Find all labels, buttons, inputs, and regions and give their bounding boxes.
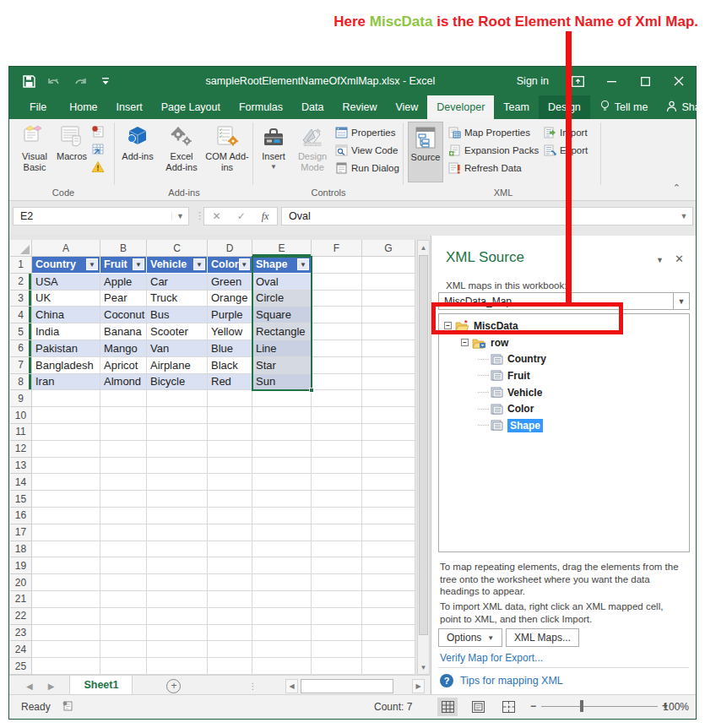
macro-record-status-icon[interactable] bbox=[62, 700, 73, 714]
cell-A21[interactable] bbox=[32, 591, 100, 608]
cell-C10[interactable] bbox=[147, 407, 208, 424]
cell-A12[interactable] bbox=[32, 441, 100, 458]
cell-E19[interactable] bbox=[252, 557, 312, 574]
cell-G18[interactable] bbox=[362, 541, 415, 558]
cell-E25[interactable] bbox=[252, 658, 312, 675]
cell-E17[interactable] bbox=[252, 524, 312, 541]
cell-E24[interactable] bbox=[252, 641, 312, 658]
filter-icon[interactable]: ▼ bbox=[239, 258, 250, 270]
cell-C2[interactable]: Car bbox=[147, 274, 208, 291]
cell-A10[interactable] bbox=[32, 407, 100, 424]
tree-item-color[interactable]: Color bbox=[439, 400, 689, 417]
cell-A25[interactable] bbox=[32, 658, 100, 675]
design-mode-button[interactable]: Design Mode bbox=[294, 122, 331, 182]
scroll-down-icon[interactable]: ▼ bbox=[418, 660, 429, 674]
column-header-C[interactable]: C bbox=[147, 240, 208, 257]
cell-A5[interactable]: India bbox=[32, 323, 100, 340]
cell-F9[interactable] bbox=[312, 390, 362, 407]
cell-D15[interactable] bbox=[208, 491, 252, 508]
cell-D2[interactable]: Green bbox=[208, 274, 252, 291]
cell-C20[interactable] bbox=[147, 574, 208, 591]
cell-F1[interactable] bbox=[312, 257, 362, 274]
tree-item-fruit[interactable]: Fruit bbox=[439, 367, 689, 384]
cell-D19[interactable] bbox=[208, 557, 252, 574]
cell-G21[interactable] bbox=[362, 591, 415, 608]
cell-F18[interactable] bbox=[312, 541, 362, 558]
expander-icon[interactable]: − bbox=[461, 339, 469, 346]
cell-G4[interactable] bbox=[362, 307, 415, 323]
column-header-G[interactable]: G bbox=[362, 240, 415, 257]
horizontal-scroll-thumb[interactable] bbox=[301, 679, 393, 693]
cell-E2[interactable]: Oval bbox=[252, 274, 312, 291]
tab-file[interactable]: File bbox=[16, 95, 60, 119]
cell-B25[interactable] bbox=[100, 658, 147, 675]
collapse-ribbon-icon[interactable]: ⌃ bbox=[673, 182, 681, 193]
macros-button[interactable]: Macros bbox=[53, 122, 90, 182]
cell-D18[interactable] bbox=[208, 541, 252, 558]
filter-icon[interactable]: ▼ bbox=[193, 258, 205, 270]
record-macro-button[interactable] bbox=[91, 122, 105, 140]
cell-A23[interactable] bbox=[32, 625, 100, 642]
xml-maps-button[interactable]: XML Maps... bbox=[506, 628, 579, 647]
cell-B20[interactable] bbox=[100, 574, 147, 591]
tab-review[interactable]: Review bbox=[333, 95, 386, 119]
tree-item-shape[interactable]: Shape bbox=[439, 417, 689, 434]
cell-F4[interactable] bbox=[312, 307, 362, 323]
cell-A13[interactable] bbox=[32, 458, 100, 475]
insert-control-button[interactable]: Insert ▼ bbox=[257, 122, 290, 182]
cell-B2[interactable]: Apple bbox=[100, 274, 147, 291]
cell-D16[interactable] bbox=[208, 508, 252, 524]
cell-D21[interactable] bbox=[208, 591, 252, 608]
cell-G17[interactable] bbox=[362, 524, 415, 541]
cell-F12[interactable] bbox=[312, 441, 362, 458]
cell-A8[interactable]: Iran bbox=[32, 374, 100, 391]
cell-D8[interactable]: Red bbox=[208, 374, 252, 391]
name-box-caret-icon[interactable]: ▼ bbox=[171, 212, 188, 220]
cell-E3[interactable]: Circle bbox=[252, 291, 312, 307]
pane-close-icon[interactable]: ✕ bbox=[675, 253, 684, 265]
cell-D7[interactable]: Black bbox=[208, 357, 252, 374]
cell-C7[interactable]: Airplane bbox=[147, 357, 208, 374]
cell-G3[interactable] bbox=[362, 291, 415, 307]
row-header-14[interactable]: 14 bbox=[10, 474, 32, 491]
tab-developer[interactable]: Developer bbox=[427, 95, 494, 119]
tab-design[interactable]: Design bbox=[539, 95, 590, 119]
cell-C17[interactable] bbox=[147, 524, 208, 541]
cell-E21[interactable] bbox=[252, 591, 312, 608]
cell-E14[interactable] bbox=[252, 474, 312, 491]
cell-B17[interactable] bbox=[100, 524, 147, 541]
cell-C16[interactable] bbox=[147, 508, 208, 524]
cell-G23[interactable] bbox=[362, 625, 415, 642]
expansion-packs-button[interactable]: Expansion Packs bbox=[448, 141, 539, 159]
addins-button[interactable]: Add-ins bbox=[119, 122, 156, 182]
cell-D22[interactable] bbox=[208, 608, 252, 625]
select-all-corner[interactable] bbox=[10, 240, 32, 257]
cell-G10[interactable] bbox=[362, 407, 415, 424]
refresh-data-button[interactable]: Refresh Data bbox=[448, 159, 539, 177]
cell-A22[interactable] bbox=[32, 608, 100, 625]
cell-G12[interactable] bbox=[362, 441, 415, 458]
cell-B5[interactable]: Banana bbox=[100, 323, 147, 340]
filter-icon[interactable]: ▼ bbox=[86, 258, 98, 270]
cell-E13[interactable] bbox=[252, 458, 312, 475]
sheet-nav-right-icon[interactable]: ▶ bbox=[48, 682, 55, 691]
column-header-F[interactable]: F bbox=[312, 240, 362, 257]
use-relative-references-button[interactable] bbox=[91, 140, 105, 158]
cell-D10[interactable] bbox=[208, 407, 252, 424]
cell-F21[interactable] bbox=[312, 591, 362, 608]
name-box[interactable]: E2 ▼ bbox=[13, 207, 189, 225]
cell-F19[interactable] bbox=[312, 557, 362, 574]
tab-home[interactable]: Home bbox=[60, 95, 106, 119]
cell-B9[interactable] bbox=[100, 390, 147, 407]
cell-E8[interactable]: Sun bbox=[252, 374, 312, 391]
cell-B1[interactable]: Fruit▼ bbox=[100, 257, 147, 274]
properties-button[interactable]: Properties bbox=[335, 123, 399, 141]
cell-E16[interactable] bbox=[252, 508, 312, 524]
cell-C25[interactable] bbox=[147, 658, 208, 675]
cell-D3[interactable]: Orange bbox=[208, 291, 252, 307]
cell-A7[interactable]: Bangladesh bbox=[32, 357, 100, 374]
zoom-slider[interactable] bbox=[541, 706, 658, 707]
row-header-4[interactable]: 4 bbox=[10, 307, 32, 323]
cell-E12[interactable] bbox=[252, 441, 312, 458]
tab-view[interactable]: View bbox=[386, 95, 427, 119]
